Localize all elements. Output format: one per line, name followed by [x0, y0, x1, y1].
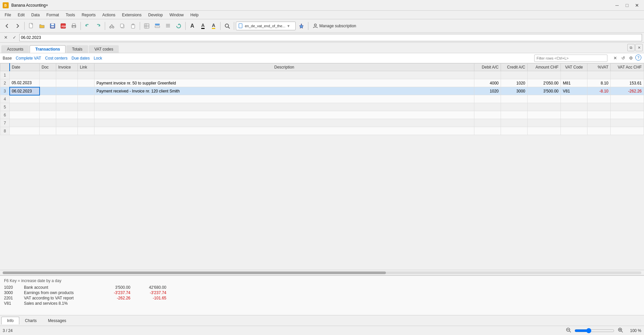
row-credit[interactable] — [501, 119, 528, 127]
row-debit[interactable] — [474, 111, 501, 119]
row-link[interactable] — [78, 111, 94, 119]
row-doc[interactable] — [40, 111, 56, 119]
pin-button[interactable] — [296, 21, 306, 31]
font-button[interactable]: A — [187, 21, 197, 31]
row-pctvat[interactable] — [587, 111, 611, 119]
row-amount[interactable] — [528, 119, 561, 127]
row-debit[interactable]: 4000 — [474, 79, 501, 87]
row-doc[interactable] — [40, 87, 56, 95]
row-pctvat[interactable]: 8.10 — [587, 79, 611, 87]
row-credit[interactable]: 1020 — [501, 79, 528, 87]
row-vatcode[interactable] — [561, 111, 587, 119]
row-debit[interactable] — [474, 127, 501, 135]
filter-help-button[interactable]: ? — [635, 55, 641, 61]
zoom-slider[interactable] — [574, 328, 614, 333]
row-date[interactable] — [10, 71, 40, 79]
minimize-button[interactable]: ─ — [613, 2, 621, 9]
row-pctvat[interactable] — [587, 103, 611, 111]
row-desc[interactable]: Payment invoice nr. 50 to supplier Green… — [94, 79, 474, 87]
table-container[interactable]: Date Doc Invoice Link Description Debit … — [0, 63, 644, 270]
row-link[interactable] — [78, 79, 94, 87]
row-link[interactable] — [78, 103, 94, 111]
col-header-vatacchf[interactable]: VAT Acc CHF — [611, 64, 644, 71]
open-file-button[interactable] — [37, 21, 47, 31]
row-amount[interactable] — [528, 71, 561, 79]
print-button[interactable] — [69, 21, 79, 31]
row-vatcode[interactable] — [561, 71, 587, 79]
row-credit[interactable] — [501, 71, 528, 79]
row-pctvat[interactable] — [587, 71, 611, 79]
row-pctvat[interactable] — [587, 95, 611, 103]
zoom-in-button[interactable] — [617, 327, 624, 334]
row-vatcode[interactable] — [561, 103, 587, 111]
menu-help[interactable]: Help — [187, 12, 202, 18]
refresh-button[interactable] — [174, 21, 184, 31]
formula-cancel-button[interactable]: ✕ — [2, 34, 9, 41]
filter-clear-button[interactable]: ✕ — [611, 55, 619, 62]
table-row[interactable]: 6 — [0, 111, 644, 119]
table-row[interactable]: 8 — [0, 127, 644, 135]
col-header-debit[interactable]: Debit A/C — [474, 64, 501, 71]
font-color-button[interactable]: A — [198, 21, 208, 31]
row-date[interactable] — [10, 127, 40, 135]
filter-options-button[interactable]: ⚙ — [627, 55, 635, 62]
row-invoice[interactable] — [56, 95, 78, 103]
tab-restore-button[interactable]: ⧉ — [627, 44, 635, 51]
row-debit[interactable] — [474, 71, 501, 79]
table-view3-button[interactable] — [163, 21, 173, 31]
row-vatcode[interactable]: V81 — [561, 87, 587, 95]
horizontal-scrollbar[interactable] — [0, 270, 644, 275]
row-amount[interactable]: 3'500.00 — [528, 87, 561, 95]
redo-button[interactable] — [93, 21, 103, 31]
cut-button[interactable] — [107, 21, 117, 31]
copy-button[interactable] — [117, 21, 127, 31]
row-credit[interactable] — [501, 127, 528, 135]
scrollbar-thumb[interactable] — [3, 271, 386, 274]
menu-edit[interactable]: Edit — [14, 12, 28, 18]
row-doc[interactable] — [40, 95, 56, 103]
filter-due-dates[interactable]: Due dates — [72, 56, 90, 61]
menu-reports[interactable]: Reports — [78, 12, 99, 18]
filter-lock[interactable]: Lock — [94, 56, 102, 61]
row-link[interactable] — [78, 87, 94, 95]
table-row[interactable]: 1 — [0, 71, 644, 79]
back-button[interactable] — [2, 21, 12, 31]
row-date[interactable] — [10, 119, 40, 127]
col-header-invoice[interactable]: Invoice — [56, 64, 78, 71]
row-credit[interactable] — [501, 95, 528, 103]
tab-transactions[interactable]: Transactions — [30, 45, 66, 53]
row-doc[interactable] — [40, 103, 56, 111]
row-vatacchf[interactable] — [611, 119, 644, 127]
new-file-button[interactable] — [26, 21, 36, 31]
filter-rows-input[interactable] — [534, 55, 607, 62]
tab-close-button[interactable]: ✕ — [635, 44, 643, 51]
col-header-date[interactable]: Date — [10, 64, 40, 71]
current-file-display[interactable]: en_de_vat_end_of_the... ▼ — [236, 22, 296, 30]
formula-confirm-button[interactable]: ✓ — [11, 34, 18, 41]
row-credit[interactable] — [501, 111, 528, 119]
tab-vat-codes[interactable]: VAT codes — [89, 45, 119, 53]
row-vatacchf[interactable] — [611, 127, 644, 135]
close-button[interactable]: ✕ — [633, 2, 641, 9]
row-debit[interactable] — [474, 95, 501, 103]
row-desc[interactable]: Payment received - Invoice nr. 120 clien… — [94, 87, 474, 95]
maximize-button[interactable]: □ — [623, 2, 631, 9]
row-desc[interactable] — [94, 127, 474, 135]
row-vatcode[interactable] — [561, 119, 587, 127]
bottom-tab-messages[interactable]: Messages — [42, 317, 72, 324]
paste-button[interactable] — [128, 21, 138, 31]
row-date[interactable] — [10, 111, 40, 119]
tab-totals[interactable]: Totals — [66, 45, 88, 53]
row-link[interactable] — [78, 71, 94, 79]
col-header-link[interactable]: Link — [78, 64, 94, 71]
row-date[interactable]: 06.02.2023 — [10, 87, 40, 95]
row-vatcode[interactable]: M81 — [561, 79, 587, 87]
col-header-credit[interactable]: Credit A/C — [501, 64, 528, 71]
row-invoice[interactable] — [56, 87, 78, 95]
row-invoice[interactable] — [56, 71, 78, 79]
table-view1-button[interactable] — [142, 21, 152, 31]
row-vatacchf[interactable] — [611, 111, 644, 119]
row-desc[interactable] — [94, 71, 474, 79]
col-header-vatcode[interactable]: VAT Code — [561, 64, 587, 71]
row-amount[interactable] — [528, 111, 561, 119]
